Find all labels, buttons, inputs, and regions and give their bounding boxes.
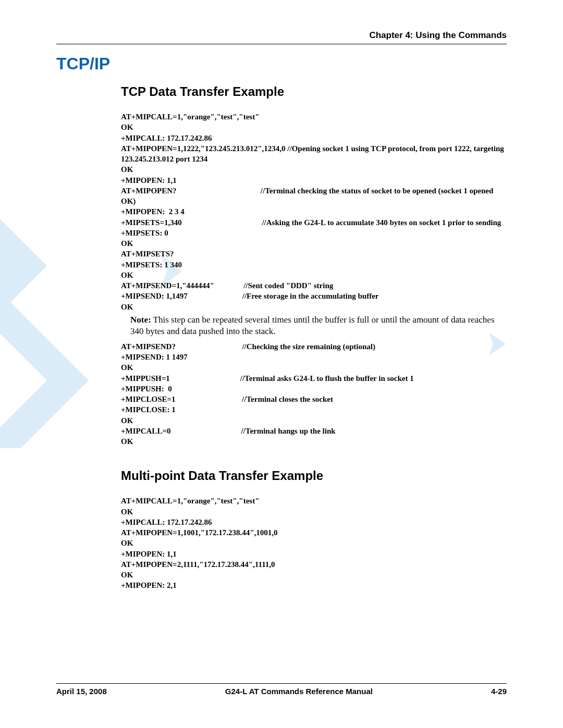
code-block-tcp-2: AT+MIPSEND? //Checking the size remainin… [121,341,507,447]
note-label: Note: [130,315,151,325]
svg-marker-0 [0,219,47,313]
note-text: This step can be repeated several times … [130,315,495,336]
page-footer: April 15, 2008 G24-L AT Commands Referen… [56,683,507,696]
footer-manual: G24-L AT Commands Reference Manual [225,687,373,696]
main-title: TCP/IP [56,54,110,73]
footer-page: 4-29 [491,687,507,696]
chapter-label: Chapter 4: Using the Commands [369,30,507,40]
section-heading-tcp: TCP Data Transfer Example [121,84,507,99]
note-block: Note: This step can be repeated several … [121,314,507,337]
code-block-multipoint: AT+MIPCALL=1,"orange","test","test" OK +… [121,496,507,590]
section-heading-multipoint: Multi-point Data Transfer Example [121,468,507,483]
footer-date: April 15, 2008 [56,687,107,696]
code-block-tcp-1: AT+MIPCALL=1,"orange","test","test" OK +… [121,112,507,312]
page-header: Chapter 4: Using the Commands [56,30,507,44]
svg-marker-1 [0,292,89,448]
page-content: TCP Data Transfer Example AT+MIPCALL=1,"… [121,84,507,593]
